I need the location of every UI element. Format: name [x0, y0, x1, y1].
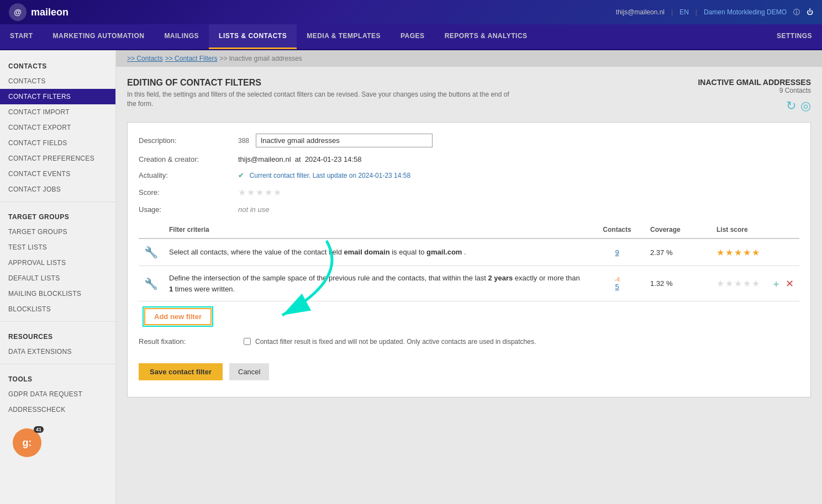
- contacts-link-1[interactable]: 9: [615, 248, 619, 257]
- list-score-stars-1[interactable]: ★ ★ ★ ★ ★: [716, 247, 794, 258]
- nav-start[interactable]: START: [0, 24, 43, 49]
- score-star-2-4[interactable]: ★: [743, 278, 751, 289]
- score-star-1-1[interactable]: ★: [716, 247, 724, 258]
- star-2[interactable]: ★: [247, 187, 255, 198]
- score-label: Score:: [139, 188, 238, 197]
- org-name[interactable]: Damen Motorkleding DEMO: [704, 8, 787, 16]
- creation-user: thijs@maileon.nl: [238, 155, 291, 163]
- sidebar-item-contact-events[interactable]: CONTACT EVENTS: [0, 166, 115, 182]
- filter-row-1-coverage: 2.37 %: [645, 238, 711, 266]
- nav-bar: START MARKETING AUTOMATION MAILINGS LIST…: [0, 24, 822, 50]
- star-4[interactable]: ★: [265, 187, 272, 198]
- sidebar-item-contact-preferences[interactable]: CONTACT PREFERENCES: [0, 151, 115, 166]
- nav-settings[interactable]: SETTINGS: [767, 24, 822, 49]
- score-star-1-5[interactable]: ★: [752, 247, 760, 258]
- sidebar-item-contact-jobs[interactable]: CONTACT JOBS: [0, 182, 115, 197]
- nav-media-templates[interactable]: MEDIA & TEMPLATES: [297, 24, 391, 49]
- field-number: 388: [238, 137, 249, 145]
- gscore-bubble: g: 41: [13, 428, 41, 457]
- page-content: EDITING OF CONTACT FILTERS In this field…: [116, 67, 822, 417]
- usage-value: not in use: [238, 205, 799, 214]
- refresh-icon[interactable]: ↻: [786, 99, 796, 113]
- description-value: 388: [238, 134, 799, 147]
- sidebar-item-contact-export[interactable]: CONTACT EXPORT: [0, 120, 115, 135]
- score-value: ★ ★ ★ ★ ★: [238, 187, 799, 198]
- result-fixation-check: Contact filter result is fixed and will …: [244, 338, 536, 346]
- filter-row-2-icon: 🔧: [139, 266, 164, 301]
- score-star-2-5[interactable]: ★: [752, 278, 760, 289]
- sidebar-contacts-header: CONTACTS: [0, 56, 115, 73]
- filter-row-1-icon: 🔧: [139, 238, 164, 266]
- logo-icon: @: [9, 3, 27, 21]
- save-contact-filter-button[interactable]: Save contact filter: [139, 363, 223, 380]
- coverage-2: 1.32 %: [650, 279, 672, 288]
- nav-pages[interactable]: PAGES: [391, 24, 435, 49]
- target-icon[interactable]: ◎: [800, 99, 811, 113]
- breadcrumb-contacts[interactable]: >> Contacts: [127, 55, 163, 62]
- lang-selector[interactable]: EN: [679, 8, 689, 16]
- sidebar-item-mailing-blocklists[interactable]: MAILING BLOCKLISTS: [0, 286, 115, 301]
- add-new-filter-button[interactable]: Add new filter: [144, 308, 212, 325]
- power-icon[interactable]: ⏻: [807, 8, 813, 16]
- sidebar-item-contact-filters[interactable]: CONTACT FILTERS: [0, 89, 115, 104]
- action-buttons: Save contact filter Cancel: [139, 358, 799, 386]
- score-star-2-2[interactable]: ★: [725, 278, 733, 289]
- usage-label: Usage:: [139, 205, 238, 214]
- creation-label: Creation & creator:: [139, 155, 238, 163]
- cancel-button[interactable]: Cancel: [229, 363, 269, 380]
- sidebar-item-test-lists[interactable]: TEST LISTS: [0, 240, 115, 255]
- filter-row-1: 🔧 Select all contacts, where the value o…: [139, 238, 799, 266]
- page-title: EDITING OF CONTACT FILTERS: [127, 78, 514, 88]
- score-star-1-3[interactable]: ★: [734, 247, 742, 258]
- nav-reports-analytics[interactable]: REPORTS & ANALYTICS: [435, 24, 538, 49]
- score-star-2-3[interactable]: ★: [734, 278, 742, 289]
- star-3[interactable]: ★: [256, 187, 264, 198]
- sidebar-item-contact-fields[interactable]: CONTACT FIELDS: [0, 135, 115, 151]
- sidebar-item-approval-lists[interactable]: APPROVAL LISTS: [0, 255, 115, 270]
- delete-rule-icon[interactable]: ✕: [786, 278, 794, 290]
- sidebar-item-contacts[interactable]: CONTACTS: [0, 73, 115, 89]
- nav-marketing-automation[interactable]: MARKETING AUTOMATION: [43, 24, 155, 49]
- breadcrumb-current: >> Inactive gmail addresses: [219, 55, 302, 62]
- list-score-stars-2[interactable]: ★ ★ ★ ★ ★: [716, 278, 760, 289]
- user-email: thijs@maileon.nl: [616, 8, 665, 16]
- score-star-1-4[interactable]: ★: [743, 247, 751, 258]
- result-fixation-row: Result fixation: Contact filter result i…: [139, 332, 799, 351]
- sidebar: CONTACTS CONTACTS CONTACT FILTERS CONTAC…: [0, 50, 116, 504]
- sidebar-item-default-lists[interactable]: DEFAULT LISTS: [0, 270, 115, 286]
- score-star-1-2[interactable]: ★: [725, 247, 733, 258]
- description-input[interactable]: [256, 134, 433, 147]
- top-bar-user-section: thijs@maileon.nl | EN | Damen Motorkledi…: [616, 8, 813, 17]
- nav-mailings[interactable]: MAILINGS: [154, 24, 209, 49]
- sidebar-item-contact-import[interactable]: CONTACT IMPORT: [0, 104, 115, 120]
- sidebar-divider-1: [0, 201, 115, 202]
- sidebar-item-addresscheck[interactable]: ADDRESSCHECK: [0, 402, 115, 417]
- logo: @ maileon: [9, 3, 68, 21]
- help-icon[interactable]: ⓘ: [793, 8, 800, 17]
- main-content: >> Contacts >> Contact Filters >> Inacti…: [116, 50, 822, 504]
- breadcrumb-filters[interactable]: >> Contact Filters: [165, 55, 218, 62]
- coverage-1: 2.37 %: [650, 248, 672, 257]
- sidebar-item-data-extensions[interactable]: DATA EXTENSIONS: [0, 344, 115, 359]
- contacts-link-2[interactable]: 5: [615, 283, 619, 291]
- col-icon: [139, 221, 164, 238]
- score-star-2-1[interactable]: ★: [716, 278, 724, 289]
- actuality-label: Actuality:: [139, 171, 238, 179]
- sidebar-target-groups-header: TARGET GROUPS: [0, 206, 115, 224]
- result-fixation-checkbox[interactable]: [244, 338, 251, 345]
- filter-row-2-contacts: -4 5: [589, 266, 645, 301]
- actuality-text: Current contact filter. Last update on 2…: [250, 172, 411, 179]
- score-stars[interactable]: ★ ★ ★ ★ ★: [238, 187, 799, 198]
- form-row-usage: Usage: not in use: [139, 205, 799, 214]
- sidebar-item-gdpr-data-request[interactable]: GDPR DATA REQUEST: [0, 386, 115, 402]
- page-title-block: EDITING OF CONTACT FILTERS In this field…: [127, 78, 514, 109]
- sidebar-item-blocklists[interactable]: BLOCKLISTS: [0, 301, 115, 317]
- star-1[interactable]: ★: [238, 187, 246, 198]
- gscore-widget[interactable]: g: 41: [0, 417, 115, 463]
- criteria-text-1: Select all contacts, where the value of …: [169, 248, 466, 256]
- add-rule-icon[interactable]: ＋: [771, 277, 781, 290]
- star-5[interactable]: ★: [273, 187, 281, 198]
- nav-lists-contacts[interactable]: LISTS & CONTACTS: [209, 24, 297, 49]
- sidebar-item-target-groups[interactable]: TARGET GROUPS: [0, 224, 115, 240]
- filter-row-2: 🔧 Define the intersection of the sample …: [139, 266, 799, 301]
